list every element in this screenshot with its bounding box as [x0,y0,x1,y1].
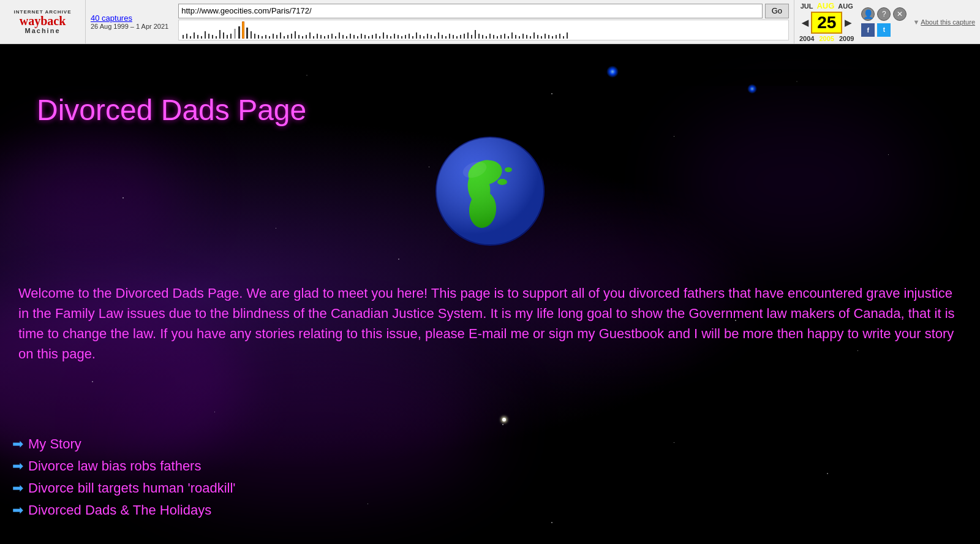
arrow-icon-1: ➡ [12,436,23,452]
about-capture-link[interactable]: About this capture [921,18,975,26]
nav-links: ➡ My Story ➡ Divorce law bias robs fathe… [12,436,236,524]
prev-arrow[interactable]: ◀ [802,18,809,28]
date-range-label: 26 Aug 1999 – 1 Apr 2021 [91,23,168,30]
wayback-text: wayback [20,15,66,27]
light-flare-2 [747,84,757,94]
go-button[interactable]: Go [765,4,789,18]
close-icon-btn[interactable]: ✕ [893,7,907,21]
twitter-btn[interactable]: t [877,23,891,37]
captures-area: 40 captures 26 Aug 1999 – 1 Apr 2021 [86,11,173,32]
year-2004[interactable]: 2004 [799,35,814,42]
url-row: Go [178,4,789,18]
nav-label-divorced-dads-holidays: Divorced Dads & The Holidays [28,502,211,518]
nav-link-divorce-bill[interactable]: ➡ Divorce bill targets human 'roadkill' [12,480,236,496]
purple-cloud-4 [0,136,184,259]
captures-link[interactable]: 40 captures [91,13,132,23]
page-title-container: Divorced Dads Page [37,93,980,127]
timeline[interactable] [178,20,789,40]
svg-point-8 [436,137,544,245]
globe-svg [435,136,545,246]
nav-label-divorce-law: Divorce law bias robs fathers [28,458,201,474]
machine-text: Machine [24,27,60,34]
about-capture-area: ▼ About this capture [913,18,975,26]
jul-label: JUL [801,2,813,10]
user-icon-btn[interactable]: 👤 [861,7,875,21]
purple-cloud-5 [674,105,919,259]
top-bar [0,69,980,86]
facebook-btn[interactable]: f [861,23,875,37]
nav-label-divorce-bill: Divorce bill targets human 'roadkill' [28,480,236,496]
wayback-logo-area: INTERNET ARCHIVE wayback Machine [0,0,86,43]
timeline-inner [179,20,788,40]
globe-container [435,136,545,246]
next-arrow[interactable]: ▶ [845,18,851,28]
right-controls: JUL AUG AUG ◀ 25 ▶ 2004 2005 2009 👤 ? ✕ [794,0,980,43]
main-content: Divorced Dads Page [0,44,980,544]
nav-link-my-story[interactable]: ➡ My Story [12,436,236,452]
sparkle-1 [502,418,506,421]
day-badge: 25 [811,12,842,34]
year-2005-active[interactable]: 2005 [819,35,834,42]
aug-active-label: AUG [816,1,834,10]
toolbar-icon-group: 👤 ? ✕ f t [861,7,907,37]
help-icon-btn[interactable]: ? [877,7,891,21]
page-title: Divorced Dads Page [37,93,980,127]
nav-label-my-story: My Story [28,436,81,452]
wayback-machine-logo[interactable]: wayback Machine [20,15,66,34]
light-flare-1 [606,66,619,78]
arrow-icon-2: ➡ [12,458,23,474]
welcome-text: Welcome to the Divorced Dads Page. We ar… [18,283,962,364]
url-bar-area: Go [173,0,794,43]
aug-right-label: AUG [838,2,853,10]
url-input[interactable] [178,4,762,18]
nav-link-divorced-dads-holidays[interactable]: ➡ Divorced Dads & The Holidays [12,502,236,518]
year-2009[interactable]: 2009 [839,35,854,42]
wayback-toolbar: INTERNET ARCHIVE wayback Machine 40 capt… [0,0,980,44]
arrow-icon-3: ➡ [12,480,23,496]
nav-link-divorce-law[interactable]: ➡ Divorce law bias robs fathers [12,458,236,474]
calendar-nav: JUL AUG AUG ◀ 25 ▶ 2004 2005 2009 [799,1,854,42]
arrow-icon-4: ➡ [12,502,23,518]
